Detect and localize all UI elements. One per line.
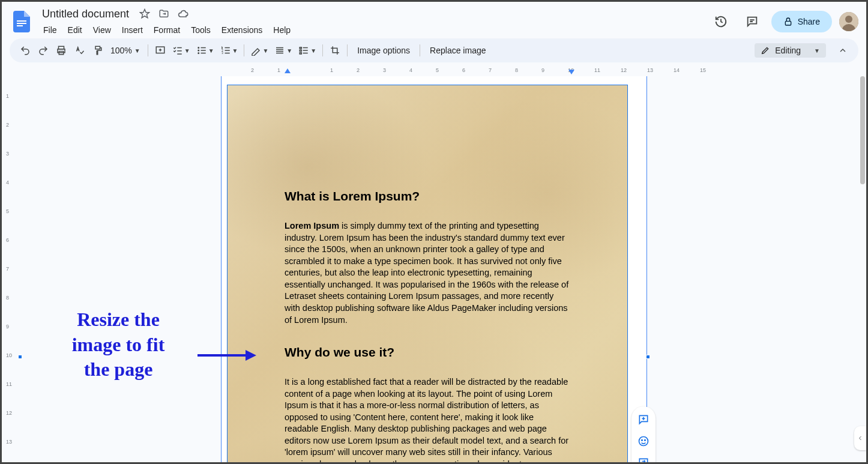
left-indent-marker[interactable] bbox=[285, 68, 291, 73]
star-icon[interactable] bbox=[137, 7, 152, 21]
undo-button[interactable] bbox=[17, 42, 34, 59]
share-label: Share bbox=[798, 17, 820, 26]
editing-mode-button[interactable]: Editing ▼ bbox=[755, 43, 826, 58]
editing-label: Editing bbox=[775, 46, 801, 55]
menu-file[interactable]: File bbox=[38, 23, 62, 37]
document-title[interactable]: Untitled document bbox=[38, 7, 133, 22]
page: What is Lorem Ipsum? Lorem Ipsum is simp… bbox=[221, 76, 647, 462]
lock-icon bbox=[783, 17, 793, 26]
docs-logo[interactable] bbox=[10, 10, 34, 34]
svg-point-5 bbox=[845, 16, 852, 23]
menu-bar: File Edit View Insert Format Tools Exten… bbox=[38, 23, 709, 37]
svg-rect-2 bbox=[17, 25, 23, 26]
menu-insert[interactable]: Insert bbox=[117, 23, 148, 37]
align-button[interactable]: ▼ bbox=[272, 42, 295, 59]
svg-point-21 bbox=[639, 437, 648, 446]
vertical-ruler[interactable]: 12345678910111213 bbox=[5, 76, 14, 464]
separator bbox=[322, 44, 323, 56]
menu-edit[interactable]: Edit bbox=[63, 23, 87, 37]
collapse-toolbar-button[interactable] bbox=[834, 42, 851, 59]
history-icon[interactable] bbox=[709, 10, 733, 34]
svg-rect-18 bbox=[300, 53, 302, 54]
numbered-list-button[interactable]: 23▼ bbox=[218, 42, 241, 59]
paint-format-button[interactable] bbox=[89, 42, 106, 59]
svg-point-11 bbox=[198, 47, 199, 49]
vertical-scrollbar[interactable] bbox=[859, 76, 866, 462]
svg-text:3: 3 bbox=[222, 52, 223, 55]
svg-marker-20 bbox=[246, 350, 256, 361]
comments-icon[interactable] bbox=[740, 10, 764, 34]
paragraph-1[interactable]: Lorem Ipsum is simply dummy text of the … bbox=[285, 220, 570, 326]
move-folder-icon[interactable] bbox=[157, 7, 171, 21]
svg-point-23 bbox=[645, 440, 646, 441]
svg-rect-17 bbox=[300, 50, 302, 51]
separator bbox=[244, 44, 244, 56]
spellcheck-button[interactable] bbox=[71, 42, 88, 59]
scrollbar-thumb[interactable] bbox=[860, 76, 865, 184]
paragraph-2[interactable]: It is a long established fact that a rea… bbox=[285, 376, 570, 462]
avatar[interactable] bbox=[839, 12, 858, 31]
horizontal-ruler[interactable]: 21123456789101112131415 bbox=[14, 67, 858, 76]
header-bar: Untitled document File Edit View Insert … bbox=[0, 0, 868, 38]
svg-rect-3 bbox=[785, 21, 791, 25]
zoom-select[interactable]: 100%▼ bbox=[107, 46, 144, 55]
print-button[interactable] bbox=[53, 42, 70, 59]
pencil-icon bbox=[761, 46, 770, 55]
separator bbox=[420, 44, 420, 56]
document-canvas[interactable]: What is Lorem Ipsum? Lorem Ipsum is simp… bbox=[14, 76, 866, 462]
annotation-arrow-icon bbox=[197, 346, 258, 364]
menu-help[interactable]: Help bbox=[268, 23, 295, 37]
crop-button[interactable] bbox=[327, 42, 343, 59]
menu-tools[interactable]: Tools bbox=[186, 23, 215, 37]
svg-point-12 bbox=[198, 50, 199, 51]
heading-1[interactable]: What is Lorem Ipsum? bbox=[285, 189, 570, 203]
heading-2[interactable]: Why do we use it? bbox=[285, 345, 570, 360]
document-content: What is Lorem Ipsum? Lorem Ipsum is simp… bbox=[285, 189, 570, 462]
toolbar: 100%▼ ▼ ▼ 23▼ ▼ ▼ ▼ Image options Replac… bbox=[10, 38, 858, 62]
selection-handle-right[interactable] bbox=[646, 355, 650, 359]
svg-point-13 bbox=[198, 53, 199, 54]
menu-format[interactable]: Format bbox=[149, 23, 185, 37]
chevron-left-icon bbox=[857, 435, 864, 442]
menu-extensions[interactable]: Extensions bbox=[217, 23, 267, 37]
side-panel-tab[interactable] bbox=[854, 426, 866, 450]
svg-rect-1 bbox=[17, 23, 26, 24]
separator bbox=[148, 44, 148, 56]
selection-handle-left[interactable] bbox=[18, 355, 22, 359]
replace-image-button[interactable]: Replace image bbox=[424, 42, 492, 59]
redo-button[interactable] bbox=[35, 42, 52, 59]
svg-point-22 bbox=[642, 440, 643, 441]
svg-rect-16 bbox=[300, 47, 302, 49]
menu-view[interactable]: View bbox=[88, 23, 116, 37]
cloud-saved-icon[interactable] bbox=[176, 7, 190, 21]
floating-comment-toolbar bbox=[631, 406, 656, 462]
checklist-button[interactable]: ▼ bbox=[170, 42, 193, 59]
emoji-reaction-icon[interactable] bbox=[634, 430, 653, 452]
share-button[interactable]: Share bbox=[771, 11, 832, 32]
bullet-list-button[interactable]: ▼ bbox=[194, 42, 217, 59]
line-spacing-button[interactable]: ▼ bbox=[296, 42, 319, 59]
suggest-edit-icon[interactable] bbox=[634, 452, 653, 462]
border-color-button[interactable]: ▼ bbox=[248, 42, 271, 59]
add-comment-icon[interactable] bbox=[634, 409, 653, 430]
separator bbox=[347, 44, 348, 56]
add-comment-button[interactable] bbox=[152, 42, 169, 59]
annotation-text: Resize the image to fit the page bbox=[43, 307, 193, 382]
image-options-button[interactable]: Image options bbox=[351, 42, 416, 59]
right-indent-marker[interactable] bbox=[568, 70, 574, 74]
svg-rect-0 bbox=[17, 20, 26, 22]
